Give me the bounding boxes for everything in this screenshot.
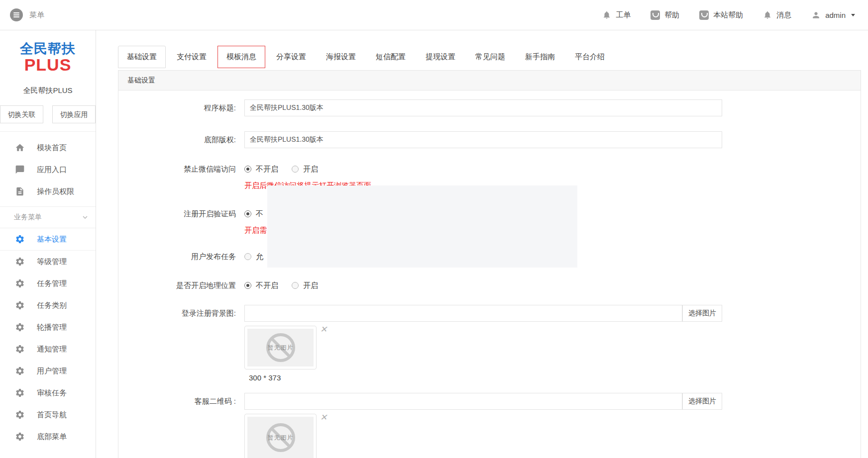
sidebar-item-home-navigation[interactable]: 首页导航 [0, 404, 96, 426]
radio-label: 不 [256, 209, 263, 219]
work-order-item[interactable]: 工单 [602, 10, 631, 20]
user-menu[interactable]: admin [811, 10, 855, 20]
service-qrcode-input[interactable] [244, 393, 682, 410]
gear-icon [15, 366, 25, 376]
radio-selected-icon[interactable] [244, 166, 251, 173]
field-control: 选择图片 暂无图片 [244, 305, 722, 382]
field-label: 注册开启验证码 [118, 209, 244, 219]
help-item[interactable]: 帮助 [651, 10, 679, 20]
tab-withdraw-settings[interactable]: 提现设置 [417, 46, 464, 68]
sidebar-item-label: 通知管理 [37, 345, 67, 354]
sidebar-item-task-category[interactable]: 任务类别 [0, 294, 96, 316]
field-label: 底部版权: [118, 131, 244, 148]
tab-beginner-guide[interactable]: 新手指南 [516, 46, 564, 68]
work-order-label: 工单 [616, 10, 631, 20]
sidebar-item-basic-settings[interactable]: 基本设置 [0, 228, 96, 250]
tab-basic-settings[interactable]: 基础设置 [118, 46, 166, 68]
sidebar-item-app-entry[interactable]: 应用入口 [0, 159, 96, 181]
site-help-item[interactable]: 本站帮助 [699, 10, 743, 20]
gear-icon [15, 432, 25, 442]
radio-unselected-icon[interactable] [244, 253, 251, 260]
tab-poster-settings[interactable]: 海报设置 [317, 46, 365, 68]
caret-down-icon [851, 14, 855, 16]
radio-option[interactable]: 开启 [292, 165, 318, 174]
radio-option[interactable]: 不开启 [244, 281, 278, 290]
form-row: 登录注册背景图: 选择图片 [118, 305, 861, 382]
username: admin [825, 11, 846, 19]
field-label: 禁止微信端访问 [118, 164, 244, 174]
bell-icon [763, 10, 772, 19]
no-image-placeholder: 暂无图片 [247, 329, 314, 366]
radio-unselected-icon[interactable] [292, 166, 299, 173]
login-bg-image-input[interactable] [244, 305, 682, 322]
topbar-menu[interactable]: 菜单 [10, 8, 44, 21]
tab-payment-settings[interactable]: 支付设置 [168, 46, 216, 68]
sidebar-item-label: 用户管理 [37, 366, 67, 376]
panel-title: 基础设置 [118, 71, 861, 91]
document-icon [15, 186, 25, 196]
sidebar-item-operator-permissions[interactable]: 操作员权限 [0, 181, 96, 202]
radio-group: 不开启 开启 [244, 280, 318, 290]
gear-icon [15, 322, 25, 332]
sidebar-item-notice-management[interactable]: 通知管理 [0, 338, 96, 360]
menu-icon [10, 8, 23, 21]
radio-group: 允 [244, 252, 263, 262]
radio-option[interactable]: 不 [244, 209, 263, 219]
sidebar-nav: 模块首页 应用入口 操作员权限 业务菜单 基本设置 等级管理 [0, 132, 96, 448]
image-card: 暂无图片 [244, 414, 317, 458]
gear-icon [15, 234, 25, 244]
redaction-overlay [267, 185, 577, 268]
pick-image-button[interactable]: 选择图片 [682, 393, 722, 410]
radio-label: 开启 [303, 281, 318, 290]
field-control: 选择图片 暂无图片 [244, 393, 722, 458]
radio-label: 允 [256, 252, 263, 262]
remove-image-icon[interactable]: ✕ [320, 412, 327, 423]
topbar-actions: 工单 帮助 本站帮助 消息 admin [602, 10, 855, 20]
sidebar-item-review-tasks[interactable]: 审核任务 [0, 382, 96, 404]
switch-association-button[interactable]: 切换关联 [0, 105, 43, 123]
sidebar-item-bottom-menu[interactable]: 底部菜单 [0, 426, 96, 448]
comment-icon [15, 165, 25, 175]
switch-app-button[interactable]: 切换应用 [52, 105, 96, 123]
sidebar-section-business-menu[interactable]: 业务菜单 [0, 206, 96, 228]
tab-share-settings[interactable]: 分享设置 [267, 46, 315, 68]
sidebar-item-carousel-management[interactable]: 轮播管理 [0, 316, 96, 338]
radio-option[interactable]: 允 [244, 252, 263, 262]
section-label: 业务菜单 [14, 213, 42, 222]
sidebar-item-module-home[interactable]: 模块首页 [0, 137, 96, 159]
logo-line2: PLUS [0, 56, 96, 74]
field-label: 是否开启地理位置 [118, 280, 244, 290]
app-name: 全民帮扶PLUS [0, 86, 96, 95]
tab-platform-intro[interactable]: 平台介绍 [566, 46, 614, 68]
sidebar-item-user-management[interactable]: 用户管理 [0, 360, 96, 382]
program-title-input[interactable] [244, 99, 722, 116]
pick-image-button[interactable]: 选择图片 [682, 305, 722, 322]
gear-icon [15, 278, 25, 288]
tab-faq[interactable]: 常见问题 [466, 46, 514, 68]
topbar: 菜单 工单 帮助 本站帮助 消息 admin [0, 0, 868, 30]
radio-unselected-icon[interactable] [292, 282, 299, 289]
sidebar-item-label: 基本设置 [37, 235, 67, 244]
menu-label: 菜单 [29, 10, 44, 20]
gear-icon [15, 257, 25, 267]
user-icon [811, 10, 821, 20]
remove-image-icon[interactable]: ✕ [320, 324, 327, 335]
radio-selected-icon[interactable] [244, 282, 251, 289]
messages-item[interactable]: 消息 [763, 10, 791, 20]
radio-option[interactable]: 开启 [292, 281, 318, 290]
help-label: 帮助 [664, 10, 679, 20]
tab-template-message[interactable]: 模板消息 [217, 46, 265, 68]
tab-sms-config[interactable]: 短信配置 [367, 46, 415, 68]
radio-selected-icon[interactable] [244, 210, 251, 217]
sidebar-item-label: 首页导航 [37, 410, 67, 420]
sidebar-item-task-management[interactable]: 任务管理 [0, 273, 96, 294]
footer-copyright-input[interactable] [244, 131, 722, 148]
sidebar-item-level-management[interactable]: 等级管理 [0, 251, 96, 273]
home-icon [15, 143, 25, 153]
radio-option[interactable]: 不开启 [244, 165, 278, 174]
chevron-down-icon [81, 213, 90, 222]
field-control: 允 [244, 252, 263, 262]
settings-tabs: 基础设置 支付设置 模板消息 分享设置 海报设置 短信配置 提现设置 常见问题 … [118, 46, 868, 68]
radio-label: 不开启 [256, 281, 278, 290]
sidebar-item-label: 审核任务 [37, 388, 67, 398]
